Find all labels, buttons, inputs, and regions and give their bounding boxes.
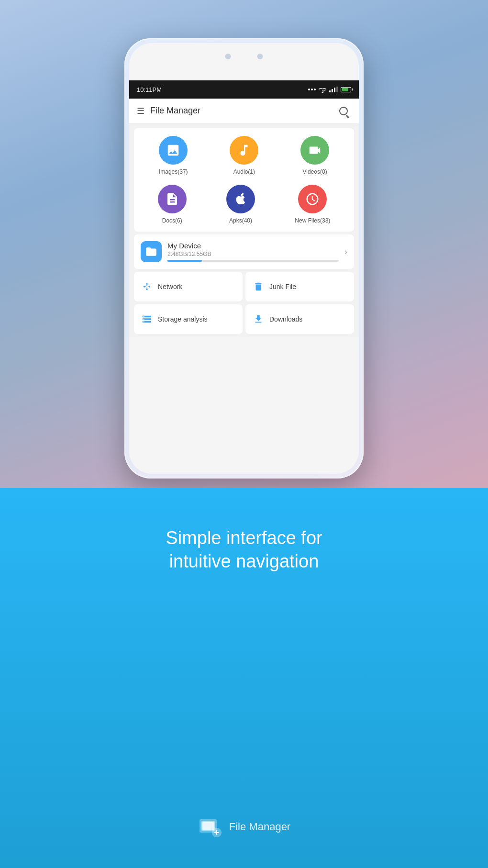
downloads-label: Downloads — [269, 315, 302, 323]
device-storage: 2.48GB/12.55GB — [167, 251, 339, 257]
app-title: File Manager — [150, 106, 200, 116]
junk-svg — [253, 281, 264, 292]
videos-icon — [308, 143, 322, 157]
audio-icon-bg — [230, 136, 258, 165]
storage-analysis-label: Storage analysis — [158, 315, 208, 323]
newfiles-icon — [305, 192, 320, 206]
videos-label: Videos(0) — [303, 168, 327, 175]
dot-right — [257, 54, 263, 59]
network-svg — [142, 281, 152, 292]
docs-label: Docs(6) — [162, 217, 182, 224]
network-icon — [141, 280, 153, 293]
category-card: Images(37) Audio(1) — [134, 128, 354, 232]
notification-dots — [308, 89, 316, 90]
category-images[interactable]: Images(37) — [159, 136, 188, 175]
downloads-svg — [253, 314, 264, 324]
header-left: ☰ File Manager — [137, 106, 200, 116]
search-icon — [339, 107, 348, 115]
phone-frame: 10:11PM — [124, 38, 364, 479]
footer-app-name: File Manager — [229, 821, 290, 833]
storage-svg — [142, 314, 152, 324]
category-docs[interactable]: Docs(6) — [158, 185, 187, 224]
images-icon-bg — [159, 136, 188, 165]
downloads-item[interactable]: Downloads — [245, 304, 354, 334]
docs-icon — [165, 192, 179, 206]
tagline: Simple interface for intuitive navigatio… — [166, 526, 322, 574]
footer-logo — [198, 814, 222, 839]
app-content: Images(37) Audio(1) — [129, 123, 359, 337]
status-icons — [308, 87, 351, 93]
tagline-line1: Simple interface for — [166, 528, 322, 548]
svg-point-4 — [146, 289, 148, 290]
signal-bars — [329, 87, 338, 92]
newfiles-icon-bg — [298, 185, 327, 213]
my-device-card[interactable]: My Device 2.48GB/12.55GB › — [134, 234, 354, 269]
battery-fill — [342, 88, 348, 91]
category-row-1: Images(37) Audio(1) — [138, 136, 350, 175]
wifi-icon — [319, 87, 326, 93]
svg-point-2 — [144, 286, 145, 288]
category-apks[interactable]: Apks(40) — [226, 185, 255, 224]
status-time: 10:11PM — [137, 86, 162, 93]
network-item[interactable]: Network — [134, 272, 243, 301]
tagline-text: Simple interface for intuitive navigatio… — [166, 526, 322, 574]
storage-progress-fill — [167, 260, 202, 262]
device-icon-wrap — [141, 241, 162, 262]
svg-point-1 — [146, 283, 148, 285]
junk-label: Junk File — [269, 283, 296, 290]
storage-analysis-item[interactable]: Storage analysis — [134, 304, 243, 334]
device-info: My Device 2.48GB/12.55GB — [167, 242, 339, 262]
blue-section: Simple interface for intuitive navigatio… — [0, 488, 488, 868]
bottom-grid: Network Junk File — [134, 272, 354, 334]
tagline-line2: intuitive navigation — [169, 551, 319, 571]
category-newfiles[interactable]: New Files(33) — [295, 185, 330, 224]
category-videos[interactable]: Videos(0) — [300, 136, 329, 175]
videos-icon-bg — [300, 136, 329, 165]
category-audio[interactable]: Audio(1) — [230, 136, 258, 175]
images-icon — [166, 143, 180, 157]
svg-point-3 — [149, 286, 151, 288]
storage-progress-bar — [167, 260, 339, 262]
dot-left — [225, 54, 231, 59]
newfiles-label: New Files(33) — [295, 217, 330, 224]
images-label: Images(37) — [159, 168, 188, 175]
footer-brand: File Manager — [198, 814, 290, 839]
phone-screen: 10:11PM — [129, 43, 359, 474]
apks-label: Apks(40) — [229, 217, 252, 224]
svg-rect-11 — [202, 822, 214, 830]
chevron-right-icon: › — [344, 247, 347, 257]
downloads-icon — [252, 313, 265, 325]
status-bar: 10:11PM — [129, 80, 359, 99]
app-header: ☰ File Manager — [129, 99, 359, 123]
apks-icon — [233, 192, 248, 206]
phone-dots — [225, 54, 263, 59]
device-name: My Device — [167, 242, 339, 250]
storage-icon — [141, 313, 153, 325]
search-button[interactable] — [336, 103, 351, 119]
hamburger-icon[interactable]: ☰ — [137, 106, 144, 116]
audio-icon — [237, 143, 251, 157]
audio-label: Audio(1) — [233, 168, 255, 175]
device-icon — [145, 245, 157, 258]
junk-icon — [252, 280, 265, 293]
category-row-2: Docs(6) Apks(40) — [138, 185, 350, 224]
apks-icon-bg — [226, 185, 255, 213]
network-label: Network — [158, 283, 182, 290]
junk-file-item[interactable]: Junk File — [245, 272, 354, 301]
docs-icon-bg — [158, 185, 187, 213]
battery-icon — [341, 87, 351, 92]
